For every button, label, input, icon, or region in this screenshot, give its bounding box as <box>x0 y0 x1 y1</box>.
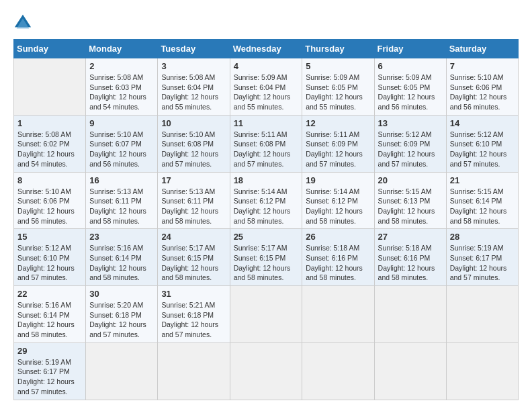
calendar-cell: 3Sunrise: 5:08 AM Sunset: 6:04 PM Daylig… <box>158 58 230 116</box>
day-detail: Sunrise: 5:11 AM Sunset: 6:08 PM Dayligh… <box>234 130 299 169</box>
day-detail: Sunrise: 5:09 AM Sunset: 6:05 PM Dayligh… <box>306 73 370 112</box>
day-number: 20 <box>378 175 443 185</box>
day-number: 31 <box>161 289 226 299</box>
calendar-cell: 24Sunrise: 5:17 AM Sunset: 6:15 PM Dayli… <box>158 229 230 286</box>
calendar-cell: 4Sunrise: 5:09 AM Sunset: 6:04 PM Daylig… <box>230 58 302 116</box>
calendar-cell: 13Sunrise: 5:12 AM Sunset: 6:09 PM Dayli… <box>374 115 446 172</box>
calendar-week-row: 22Sunrise: 5:16 AM Sunset: 6:14 PM Dayli… <box>14 286 519 343</box>
day-number: 5 <box>306 61 370 71</box>
day-number: 13 <box>378 118 443 128</box>
day-detail: Sunrise: 5:09 AM Sunset: 6:05 PM Dayligh… <box>378 73 443 112</box>
calendar-cell: 8Sunrise: 5:10 AM Sunset: 6:06 PM Daylig… <box>14 172 86 229</box>
calendar-cell <box>158 342 230 400</box>
day-number: 17 <box>161 175 226 185</box>
day-header: Tuesday <box>158 40 230 58</box>
calendar-cell: 16Sunrise: 5:13 AM Sunset: 6:11 PM Dayli… <box>86 172 158 229</box>
day-number: 19 <box>306 175 370 185</box>
day-detail: Sunrise: 5:13 AM Sunset: 6:11 PM Dayligh… <box>161 187 226 226</box>
calendar-cell: 22Sunrise: 5:16 AM Sunset: 6:14 PM Dayli… <box>14 286 86 343</box>
day-number: 26 <box>306 232 370 242</box>
calendar-week-row: 15Sunrise: 5:12 AM Sunset: 6:10 PM Dayli… <box>14 229 519 286</box>
day-detail: Sunrise: 5:14 AM Sunset: 6:12 PM Dayligh… <box>234 187 299 226</box>
calendar-cell: 31Sunrise: 5:21 AM Sunset: 6:18 PM Dayli… <box>158 286 230 343</box>
calendar-cell: 21Sunrise: 5:15 AM Sunset: 6:14 PM Dayli… <box>446 172 518 229</box>
day-detail: Sunrise: 5:15 AM Sunset: 6:14 PM Dayligh… <box>450 187 515 226</box>
day-number: 29 <box>17 346 82 356</box>
calendar-cell: 26Sunrise: 5:18 AM Sunset: 6:16 PM Dayli… <box>302 229 374 286</box>
calendar-cell: 10Sunrise: 5:10 AM Sunset: 6:08 PM Dayli… <box>158 115 230 172</box>
calendar-cell: 14Sunrise: 5:12 AM Sunset: 6:10 PM Dayli… <box>446 115 518 172</box>
day-number: 24 <box>161 232 226 242</box>
day-detail: Sunrise: 5:08 AM Sunset: 6:04 PM Dayligh… <box>161 73 226 112</box>
day-detail: Sunrise: 5:09 AM Sunset: 6:04 PM Dayligh… <box>234 73 299 112</box>
day-number: 23 <box>89 232 154 242</box>
day-number: 3 <box>161 61 226 71</box>
day-header: Sunday <box>14 40 86 58</box>
logo-icon <box>13 13 32 32</box>
calendar-cell: 5Sunrise: 5:09 AM Sunset: 6:05 PM Daylig… <box>302 58 374 116</box>
day-detail: Sunrise: 5:10 AM Sunset: 6:06 PM Dayligh… <box>17 187 82 226</box>
calendar-cell: 17Sunrise: 5:13 AM Sunset: 6:11 PM Dayli… <box>158 172 230 229</box>
day-number: 6 <box>378 61 443 71</box>
day-detail: Sunrise: 5:12 AM Sunset: 6:10 PM Dayligh… <box>450 130 515 169</box>
calendar-cell: 25Sunrise: 5:17 AM Sunset: 6:15 PM Dayli… <box>230 229 302 286</box>
day-number: 27 <box>378 232 443 242</box>
day-header: Friday <box>374 40 446 58</box>
day-detail: Sunrise: 5:14 AM Sunset: 6:12 PM Dayligh… <box>306 187 370 226</box>
calendar-week-row: 1Sunrise: 5:08 AM Sunset: 6:02 PM Daylig… <box>14 115 519 172</box>
calendar-cell: 23Sunrise: 5:16 AM Sunset: 6:14 PM Dayli… <box>86 229 158 286</box>
calendar-cell <box>374 342 446 400</box>
day-number: 30 <box>89 289 154 299</box>
day-detail: Sunrise: 5:16 AM Sunset: 6:14 PM Dayligh… <box>89 243 154 283</box>
day-detail: Sunrise: 5:17 AM Sunset: 6:15 PM Dayligh… <box>161 243 226 283</box>
calendar-cell <box>446 286 518 343</box>
day-detail: Sunrise: 5:19 AM Sunset: 6:17 PM Dayligh… <box>450 243 515 283</box>
calendar-cell <box>86 342 158 400</box>
calendar-table: SundayMondayTuesdayWednesdayThursdayFrid… <box>13 39 519 400</box>
day-number: 18 <box>234 175 299 185</box>
calendar-cell: 18Sunrise: 5:14 AM Sunset: 6:12 PM Dayli… <box>230 172 302 229</box>
calendar-week-row: 8Sunrise: 5:10 AM Sunset: 6:06 PM Daylig… <box>14 172 519 229</box>
day-detail: Sunrise: 5:15 AM Sunset: 6:13 PM Dayligh… <box>378 187 443 226</box>
calendar-cell: 11Sunrise: 5:11 AM Sunset: 6:08 PM Dayli… <box>230 115 302 172</box>
day-detail: Sunrise: 5:11 AM Sunset: 6:09 PM Dayligh… <box>306 130 370 169</box>
day-detail: Sunrise: 5:10 AM Sunset: 6:07 PM Dayligh… <box>89 130 154 169</box>
calendar-cell <box>302 286 374 343</box>
day-detail: Sunrise: 5:08 AM Sunset: 6:02 PM Dayligh… <box>17 130 82 169</box>
calendar-cell <box>14 58 86 116</box>
day-number: 8 <box>17 175 82 185</box>
day-detail: Sunrise: 5:19 AM Sunset: 6:17 PM Dayligh… <box>17 357 82 397</box>
day-number: 2 <box>89 61 154 71</box>
day-detail: Sunrise: 5:16 AM Sunset: 6:14 PM Dayligh… <box>17 300 82 340</box>
calendar-cell <box>230 342 302 400</box>
day-number: 12 <box>306 118 370 128</box>
calendar-cell: 19Sunrise: 5:14 AM Sunset: 6:12 PM Dayli… <box>302 172 374 229</box>
logo <box>13 13 35 32</box>
calendar-cell: 15Sunrise: 5:12 AM Sunset: 6:10 PM Dayli… <box>14 229 86 286</box>
page-header <box>13 13 519 32</box>
calendar-cell <box>446 342 518 400</box>
calendar-cell: 2Sunrise: 5:08 AM Sunset: 6:03 PM Daylig… <box>86 58 158 116</box>
day-number: 14 <box>450 118 515 128</box>
calendar-cell: 6Sunrise: 5:09 AM Sunset: 6:05 PM Daylig… <box>374 58 446 116</box>
day-number: 9 <box>89 118 154 128</box>
day-detail: Sunrise: 5:18 AM Sunset: 6:16 PM Dayligh… <box>306 243 370 283</box>
calendar-cell <box>230 286 302 343</box>
calendar-cell: 9Sunrise: 5:10 AM Sunset: 6:07 PM Daylig… <box>86 115 158 172</box>
day-number: 10 <box>161 118 226 128</box>
day-number: 21 <box>450 175 515 185</box>
day-detail: Sunrise: 5:10 AM Sunset: 6:08 PM Dayligh… <box>161 130 226 169</box>
day-number: 4 <box>234 61 299 71</box>
calendar-cell: 20Sunrise: 5:15 AM Sunset: 6:13 PM Dayli… <box>374 172 446 229</box>
day-detail: Sunrise: 5:08 AM Sunset: 6:03 PM Dayligh… <box>89 73 154 112</box>
calendar-week-row: 29Sunrise: 5:19 AM Sunset: 6:17 PM Dayli… <box>14 342 519 400</box>
day-detail: Sunrise: 5:13 AM Sunset: 6:11 PM Dayligh… <box>89 187 154 226</box>
day-header: Monday <box>86 40 158 58</box>
calendar-cell: 7Sunrise: 5:10 AM Sunset: 6:06 PM Daylig… <box>446 58 518 116</box>
day-number: 16 <box>89 175 154 185</box>
day-number: 28 <box>450 232 515 242</box>
calendar-cell <box>302 342 374 400</box>
calendar-cell <box>374 286 446 343</box>
day-number: 1 <box>17 118 82 128</box>
calendar-cell: 30Sunrise: 5:20 AM Sunset: 6:18 PM Dayli… <box>86 286 158 343</box>
